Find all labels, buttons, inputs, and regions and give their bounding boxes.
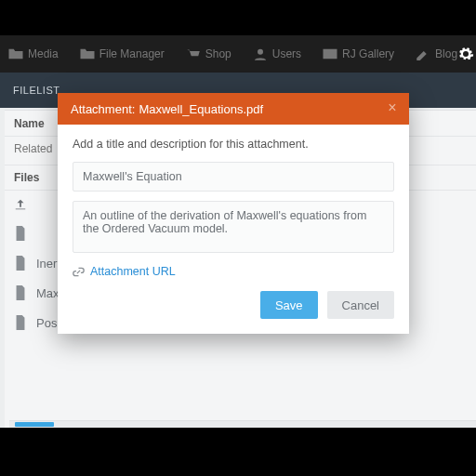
user-icon bbox=[252, 47, 269, 60]
file-icon bbox=[14, 285, 27, 300]
attachment-url-link[interactable]: Attachment URL bbox=[73, 261, 394, 287]
attachment-url-label: Attachment URL bbox=[90, 265, 176, 278]
modal-title-prefix: Attachment: bbox=[71, 102, 135, 116]
attachment-description-input[interactable]: An outline of the derivation of Maxwell'… bbox=[73, 201, 394, 253]
svg-point-0 bbox=[258, 49, 263, 55]
bottom-bar bbox=[9, 420, 476, 428]
link-icon bbox=[73, 266, 85, 278]
nav-item-shop[interactable]: Shop bbox=[185, 47, 231, 60]
modal-footer: Save Cancel bbox=[58, 291, 409, 334]
file-icon bbox=[14, 226, 27, 241]
active-tab-indicator bbox=[15, 422, 54, 427]
folder-icon bbox=[7, 47, 24, 60]
nav-item-blog[interactable]: Blog bbox=[415, 47, 457, 60]
nav-item-users[interactable]: Users bbox=[252, 47, 301, 60]
attachment-title-input[interactable] bbox=[73, 162, 394, 192]
folder-icon bbox=[79, 47, 96, 60]
nav-label: Media bbox=[28, 47, 59, 60]
nav-label: File Manager bbox=[99, 47, 165, 60]
upload-icon bbox=[14, 198, 27, 211]
file-icon bbox=[14, 256, 27, 271]
modal-header: Attachment: Maxwell_Equations.pdf × bbox=[58, 93, 409, 125]
settings-button[interactable]: Settings bbox=[457, 46, 476, 62]
attachment-modal: Attachment: Maxwell_Equations.pdf × Add … bbox=[58, 93, 409, 334]
cart-icon bbox=[185, 47, 202, 60]
gear-icon bbox=[457, 46, 474, 62]
subheader-title: FILELIST bbox=[13, 85, 60, 96]
nav-item-gallery[interactable]: RJ Gallery bbox=[322, 47, 394, 60]
file-icon bbox=[14, 315, 27, 330]
app-window: Media File Manager Shop Users RJ Gallery bbox=[0, 35, 476, 428]
nav-label: Shop bbox=[205, 47, 231, 60]
nav-label: Blog bbox=[435, 47, 457, 60]
cancel-button[interactable]: Cancel bbox=[327, 291, 394, 319]
nav-label: RJ Gallery bbox=[342, 47, 394, 60]
modal-help-text: Add a title and description for this att… bbox=[73, 138, 394, 151]
nav-label: Users bbox=[272, 47, 301, 60]
pencil-icon bbox=[415, 47, 431, 60]
svg-rect-1 bbox=[324, 49, 337, 60]
close-icon[interactable]: × bbox=[383, 99, 402, 117]
top-nav: Media File Manager Shop Users RJ Gallery bbox=[0, 35, 476, 73]
image-icon bbox=[322, 47, 338, 60]
nav-item-filemanager[interactable]: File Manager bbox=[79, 47, 165, 60]
nav-item-media[interactable]: Media bbox=[7, 47, 59, 60]
save-button[interactable]: Save bbox=[260, 291, 318, 319]
modal-filename: Maxwell_Equations.pdf bbox=[139, 102, 263, 116]
